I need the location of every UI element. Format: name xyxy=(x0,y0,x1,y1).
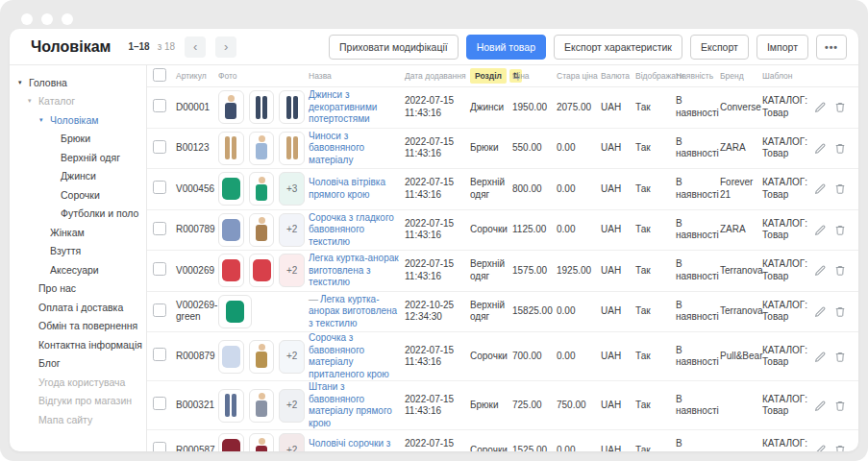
product-photo[interactable] xyxy=(249,254,275,287)
sidebar-item-label: Відгуки про магазин xyxy=(38,395,132,406)
product-photo[interactable]: +2 xyxy=(279,213,305,247)
product-name-link[interactable]: Сорочка з бавовняного матеріалу притален… xyxy=(309,332,389,379)
new-product-button[interactable]: Новий товар xyxy=(466,35,546,60)
product-name-link[interactable]: Легка куртка-анорак виготовлена з тексти… xyxy=(309,294,397,328)
product-photo[interactable] xyxy=(279,132,305,165)
delete-button[interactable] xyxy=(834,305,847,318)
product-photo[interactable] xyxy=(249,340,275,374)
row-checkbox[interactable] xyxy=(153,442,166,451)
pagination: 1–18 з 18 ‹ › xyxy=(128,36,236,58)
person-silhouette xyxy=(255,217,268,242)
next-page-button[interactable]: › xyxy=(215,36,236,58)
sidebar-item[interactable]: Футболки и поло xyxy=(10,205,146,224)
product-name-link[interactable]: Штани з бавовняного матеріалу прямого кр… xyxy=(309,381,392,428)
product-photo[interactable]: +3 xyxy=(279,172,305,206)
product-name-link[interactable]: Сорочка з гладкого бавовняного текстилю xyxy=(309,212,394,247)
sidebar-item[interactable]: Оплата і доставка xyxy=(10,298,146,317)
sidebar-item[interactable]: Верхній одяг xyxy=(10,148,146,167)
edit-button[interactable] xyxy=(814,182,827,195)
products-table: АртикулФотоНазваДата додаванняРозділ⇅Цін… xyxy=(147,65,858,451)
prev-page-button[interactable]: ‹ xyxy=(185,36,206,58)
product-photo[interactable] xyxy=(218,132,244,165)
sidebar-item[interactable]: Угода користувача xyxy=(10,373,146,392)
product-name-link[interactable]: Джинси з декоративними потертостями xyxy=(309,89,377,124)
sidebar-item[interactable]: Аксесуари xyxy=(10,260,146,279)
row-checkbox[interactable] xyxy=(153,140,166,154)
product-photo[interactable]: +2 xyxy=(279,340,305,374)
product-photo[interactable] xyxy=(218,254,244,287)
product-name-link[interactable]: Чоловічі сорочки з легкого текстилю xyxy=(309,438,390,451)
row-checkbox[interactable] xyxy=(153,348,166,361)
product-name-link[interactable]: Чоловіча вітрівка прямого крою xyxy=(309,177,385,200)
edit-button[interactable] xyxy=(814,142,827,155)
section-cell: Сорочки xyxy=(470,224,512,236)
sidebar-item[interactable]: Мапа сайту xyxy=(10,410,146,429)
sidebar-item[interactable]: Брюки xyxy=(10,130,146,149)
price-cell: 1950.00 xyxy=(512,102,557,114)
old-price-cell: 0.00 xyxy=(557,305,601,318)
select-all-checkbox[interactable] xyxy=(153,68,166,82)
hide-modifications-button[interactable]: Приховати модифікації xyxy=(329,35,459,60)
delete-button[interactable] xyxy=(834,142,847,155)
product-name-link[interactable]: Чиноси з бавовняного матеріалу xyxy=(309,131,364,165)
product-photo[interactable] xyxy=(249,389,275,423)
export-button[interactable]: Експорт xyxy=(690,35,749,60)
product-photo[interactable] xyxy=(218,90,244,124)
row-checkbox[interactable] xyxy=(153,303,166,317)
product-photo[interactable] xyxy=(249,90,275,124)
sidebar-item[interactable]: Контактна інформація xyxy=(10,335,146,354)
product-photo[interactable] xyxy=(218,389,244,423)
sidebar-item[interactable]: Джинси xyxy=(10,167,146,186)
name-cell: Чоловіча вітрівка прямого крою xyxy=(309,177,405,201)
delete-button[interactable] xyxy=(834,400,847,412)
edit-button[interactable] xyxy=(814,101,827,113)
product-photo[interactable] xyxy=(249,433,275,451)
sidebar-item[interactable]: ▾Головна xyxy=(10,73,146,92)
photo-cell: +2 xyxy=(218,213,309,247)
product-photo[interactable] xyxy=(218,213,244,247)
edit-button[interactable] xyxy=(814,264,827,277)
product-photo[interactable] xyxy=(249,132,275,165)
stock-cell: В наявності xyxy=(676,218,720,242)
sidebar-item[interactable]: Взуття xyxy=(10,242,146,261)
row-checkbox[interactable] xyxy=(153,99,166,112)
product-photo[interactable]: +2 xyxy=(279,254,305,287)
sidebar-item[interactable]: ▾Каталог xyxy=(10,92,146,111)
product-photo[interactable] xyxy=(218,433,244,451)
delete-button[interactable] xyxy=(834,351,847,363)
sidebar-item[interactable]: Обмін та повернення xyxy=(10,317,146,336)
product-photo[interactable] xyxy=(218,295,252,328)
import-button[interactable]: Імпорт xyxy=(756,35,808,60)
sidebar-item[interactable]: Блог xyxy=(10,354,146,374)
delete-button[interactable] xyxy=(834,264,847,277)
sidebar-item[interactable]: Жінкам xyxy=(10,223,146,242)
row-checkbox[interactable] xyxy=(153,222,166,235)
row-checkbox[interactable] xyxy=(153,181,166,194)
export-features-button[interactable]: Експорт характеристик xyxy=(554,35,682,60)
sidebar-item[interactable]: Відгуки про магазин xyxy=(10,392,146,411)
sidebar-item[interactable]: Про нас xyxy=(10,279,146,299)
template-cell: КАТАЛОГ: Товар xyxy=(762,218,814,242)
product-photo[interactable] xyxy=(218,340,244,374)
sidebar-item[interactable]: Сорочки xyxy=(10,185,146,205)
edit-button[interactable] xyxy=(814,224,827,236)
product-name-link[interactable]: Легка куртка-анорак виготовлена з тексти… xyxy=(309,253,399,287)
delete-button[interactable] xyxy=(834,101,847,113)
edit-button[interactable] xyxy=(814,351,827,363)
product-photo[interactable] xyxy=(249,213,275,247)
row-checkbox[interactable] xyxy=(153,262,166,276)
more-actions-button[interactable]: ••• xyxy=(816,35,847,60)
product-photo[interactable]: +2 xyxy=(279,389,305,423)
product-photo[interactable] xyxy=(218,172,244,206)
delete-button[interactable] xyxy=(834,224,847,236)
edit-button[interactable] xyxy=(814,444,827,451)
product-photo[interactable] xyxy=(249,172,275,206)
product-photo[interactable]: +2 xyxy=(279,433,305,451)
delete-button[interactable] xyxy=(834,182,847,195)
delete-button[interactable] xyxy=(834,444,847,451)
edit-button[interactable] xyxy=(814,305,827,318)
product-photo[interactable] xyxy=(279,90,305,124)
edit-button[interactable] xyxy=(814,400,827,412)
sidebar-item[interactable]: ▾Чоловікам xyxy=(10,110,146,130)
row-checkbox[interactable] xyxy=(153,397,166,410)
